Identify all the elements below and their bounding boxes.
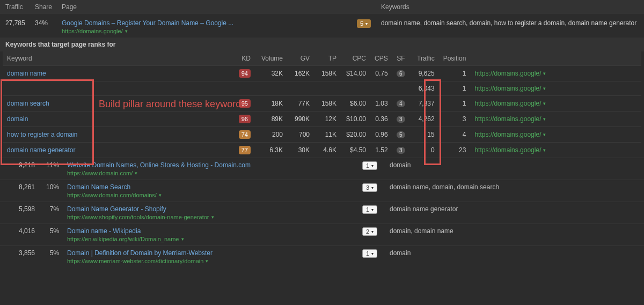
cell-position: 1 (439, 96, 471, 111)
top-page-title-link[interactable]: Google Domains – Register Your Domain Na… (62, 19, 352, 27)
result-url-link[interactable]: https://www.merriam-webster.com/dictiona… (67, 258, 203, 264)
cell-gv: 77K (287, 96, 314, 111)
kd-badge: 94 (239, 69, 251, 78)
result-title-link[interactable]: Domain name - Wikipedia (67, 227, 362, 235)
result-traffic: 4,016 (11, 227, 40, 235)
cell-cpc: $10.00 (341, 111, 370, 127)
col-cpc[interactable]: CPC (341, 51, 370, 66)
caret-down-icon[interactable]: ▾ (159, 192, 162, 198)
cell-volume: 200 (255, 127, 287, 143)
keyword-count-badge[interactable]: 2▾ (362, 227, 377, 236)
result-title-link[interactable]: Domain Name Generator - Shopify (67, 205, 362, 213)
cell-gv: 700 (287, 127, 314, 143)
cell-tp: 158K (314, 96, 341, 111)
keyword-count-badge[interactable]: 5 ▾ (357, 19, 371, 28)
col-traffic[interactable]: Traffic (409, 51, 439, 66)
caret-down-icon[interactable]: ▾ (206, 258, 208, 264)
kd-badge: 74 (239, 130, 251, 139)
keyword-row: how to register a domain 74 200 700 11K … (3, 127, 641, 143)
result-url-link[interactable]: https://www.shopify.com/tools/domain-nam… (67, 214, 209, 220)
kd-badge: 77 (239, 146, 251, 154)
top-keywords-list: domain name, domain search, domain, how … (381, 19, 639, 27)
caret-down-icon[interactable]: ▾ (543, 101, 546, 106)
result-url-link[interactable]: https://www.domain.com/domains/ (67, 192, 157, 198)
cell-cps (370, 81, 392, 96)
kd-badge: 96 (239, 115, 251, 123)
annotation-box-keywords (1, 79, 94, 165)
keyword-count-badge[interactable]: 1▾ (362, 161, 377, 170)
col-position[interactable]: Position (439, 51, 471, 66)
result-keywords: domain name, domain, domain search (386, 183, 633, 191)
keyword-count-badge[interactable]: 3▾ (362, 183, 377, 192)
header-keywords: Keywords (381, 3, 639, 11)
cell-cpc: $4.50 (341, 143, 370, 158)
col-cps[interactable]: CPS (370, 51, 392, 66)
annotation-box-position (424, 79, 441, 165)
result-row: 4,016 5% Domain name - Wikipedia https:/… (0, 224, 644, 246)
keyword-link[interactable]: domain name (7, 70, 46, 77)
caret-down-icon[interactable]: ▾ (543, 147, 546, 153)
result-row: 5,598 7% Domain Name Generator - Shopify… (0, 202, 644, 224)
caret-down-icon: ▾ (365, 21, 368, 26)
result-url-link[interactable]: https://domains.google/ (474, 115, 541, 123)
caret-down-icon[interactable]: ▾ (125, 28, 128, 34)
caret-down-icon[interactable]: ▾ (543, 86, 546, 91)
cell-tp: 4.6K (314, 143, 341, 158)
cell-cpc (341, 81, 370, 96)
cell-cps: 1.52 (370, 143, 392, 158)
result-keywords: domain name generator (386, 205, 633, 213)
cell-position: 1 (439, 81, 471, 96)
result-url-link[interactable]: https://domains.google/ (474, 131, 541, 138)
caret-down-icon[interactable]: ▾ (543, 132, 546, 137)
cell-tp (314, 81, 341, 96)
result-share: 7% (40, 205, 67, 213)
cell-cpc: $14.00 (341, 66, 370, 81)
caret-down-icon[interactable]: ▾ (543, 71, 546, 76)
result-url-link[interactable]: https://en.wikipedia.org/wiki/Domain_nam… (67, 236, 179, 242)
caret-down-icon: ▾ (371, 163, 374, 168)
cell-position: 3 (439, 111, 471, 127)
sf-badge: 5 (397, 131, 405, 138)
cell-tp: 158K (314, 66, 341, 81)
result-url-link[interactable]: https://domains.google/ (474, 146, 541, 154)
cell-volume (255, 81, 287, 96)
result-url-link[interactable]: https://domains.google/ (474, 100, 541, 107)
header-traffic: Traffic (5, 3, 35, 11)
col-keyword[interactable]: Keyword (3, 51, 153, 66)
col-tp[interactable]: TP (314, 51, 341, 66)
cell-position: 23 (439, 143, 471, 158)
keyword-count-badge[interactable]: 1▾ (362, 205, 377, 214)
result-keywords: domain (386, 161, 633, 169)
cell-cps: 0.36 (370, 111, 392, 127)
keyword-count-badge[interactable]: 1▾ (362, 249, 377, 258)
caret-down-icon[interactable]: ▾ (211, 214, 214, 220)
result-row: 9,218 11% Website Domain Names, Online S… (0, 158, 644, 180)
caret-down-icon[interactable]: ▾ (181, 236, 184, 242)
result-title-link[interactable]: Website Domain Names, Online Stores & Ho… (67, 161, 362, 169)
cell-volume: 89K (255, 111, 287, 127)
cell-volume: 32K (255, 66, 287, 81)
top-page-url-link[interactable]: https://domains.google/ (62, 28, 123, 34)
annotation-text: Build pillar around these keywords (99, 99, 246, 110)
sf-badge: 3 (397, 116, 405, 123)
keyword-row: 6,043 1 https://domains.google/ ▾ (3, 81, 641, 96)
result-title-link[interactable]: Domain Name Search (67, 183, 362, 191)
result-keywords: domain (386, 249, 633, 257)
header-share: Share (35, 3, 62, 11)
col-gv[interactable]: GV (287, 51, 314, 66)
keyword-row: domain name generator 77 6.3K 30K 4.6K $… (3, 143, 641, 158)
cell-cps: 0.96 (370, 127, 392, 143)
cell-tp: 12K (314, 111, 341, 127)
result-title-link[interactable]: Domain | Definition of Domain by Merriam… (67, 249, 362, 257)
col-volume[interactable]: Volume (255, 51, 287, 66)
caret-down-icon: ▾ (371, 229, 374, 234)
result-row: 8,261 10% Domain Name Search https://www… (0, 180, 644, 202)
result-url-link[interactable]: https://domains.google/ (474, 70, 541, 77)
cell-gv: 990K (287, 111, 314, 127)
result-url-link[interactable]: https://www.domain.com/ (67, 170, 133, 176)
result-url-link[interactable]: https://domains.google/ (474, 85, 541, 92)
caret-down-icon[interactable]: ▾ (543, 116, 546, 122)
col-sf[interactable]: SF (392, 51, 409, 66)
col-kd[interactable]: KD (153, 51, 255, 66)
caret-down-icon[interactable]: ▾ (135, 170, 137, 176)
